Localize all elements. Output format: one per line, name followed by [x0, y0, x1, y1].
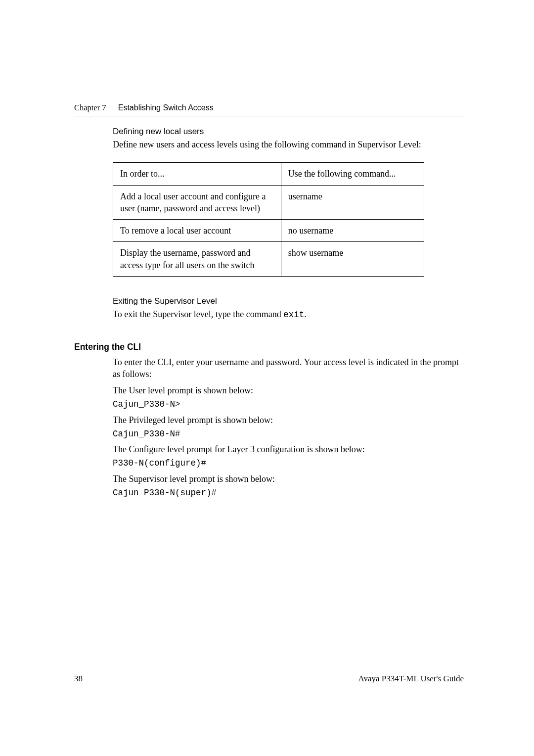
- prompt-label: The Privileged level prompt is shown bel…: [113, 414, 464, 427]
- table-header-row: In order to... Use the following command…: [113, 163, 424, 185]
- header-rule: [74, 116, 464, 116]
- table-cell-command: username: [281, 185, 424, 220]
- table-cell-command: show username: [281, 242, 424, 277]
- inline-command: exit: [283, 310, 304, 320]
- subsection-heading-exiting-supervisor: Exiting the Supervisor Level: [113, 296, 464, 306]
- body-text-intro: Define new users and access levels using…: [113, 139, 464, 150]
- table-row: To remove a local user account no userna…: [113, 220, 424, 242]
- table-cell-command: no username: [281, 220, 424, 242]
- page-header: Chapter 7 Establishing Switch Access: [74, 103, 214, 113]
- chapter-label: Chapter 7: [74, 103, 106, 112]
- prompt-privileged: Cajun_P330-N#: [113, 428, 464, 440]
- table-header-action: In order to...: [113, 163, 281, 185]
- body-text-cli-intro: To enter the CLI, enter your username an…: [113, 356, 464, 380]
- subsection-heading-defining-users: Defining new local users: [113, 127, 464, 137]
- prompt-supervisor: Cajun_P330-N(super)#: [113, 487, 464, 499]
- prompt-user: Cajun_P330-N>: [113, 398, 464, 411]
- page-content: Defining new local users Define new user…: [74, 127, 464, 502]
- prompt-label: The Supervisor level prompt is shown bel…: [113, 472, 464, 486]
- body-text-exit: To exit the Supervisor level, type the c…: [113, 308, 464, 321]
- page-number: 38: [74, 674, 83, 684]
- page-footer: 38 Avaya P334T-ML User's Guide: [74, 674, 464, 684]
- guide-name: Avaya P334T-ML User's Guide: [358, 674, 464, 684]
- prompt-label: The User level prompt is shown below:: [113, 384, 464, 397]
- table-header-command: Use the following command...: [281, 163, 424, 185]
- text-suffix: .: [304, 309, 307, 319]
- table-cell-action: Add a local user account and configure a…: [113, 185, 281, 220]
- table-cell-action: Display the username, password and acces…: [113, 242, 281, 277]
- command-table: In order to... Use the following command…: [113, 162, 424, 277]
- section-heading-entering-cli: Entering the CLI: [74, 342, 464, 352]
- text-prefix: To exit the Supervisor level, type the c…: [113, 309, 283, 319]
- prompt-label: The Configure level prompt for Layer 3 c…: [113, 443, 464, 456]
- table-row: Add a local user account and configure a…: [113, 185, 424, 220]
- table-cell-action: To remove a local user account: [113, 220, 281, 242]
- prompt-configure: P330-N(configure)#: [113, 457, 464, 470]
- table-row: Display the username, password and acces…: [113, 242, 424, 277]
- chapter-title: Establishing Switch Access: [118, 103, 214, 112]
